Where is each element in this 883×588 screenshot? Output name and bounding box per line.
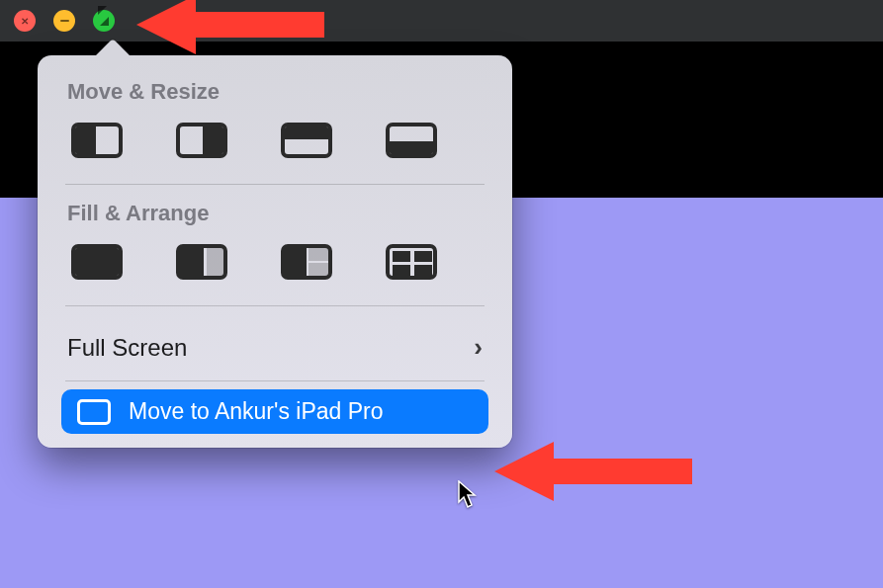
annotation-arrow-bottom	[494, 437, 692, 510]
fill-left-quarters-icon[interactable]	[281, 244, 332, 280]
mouse-cursor	[458, 480, 480, 514]
divider	[65, 380, 485, 381]
tile-left-icon[interactable]	[71, 123, 123, 158]
tile-bottom-icon[interactable]	[386, 123, 437, 158]
tile-right-icon[interactable]	[176, 123, 227, 158]
chevron-right-icon: ›	[474, 332, 483, 363]
full-screen-label: Full Screen	[67, 334, 187, 362]
full-screen-row[interactable]: Full Screen ›	[38, 322, 512, 380]
move-to-device-row[interactable]: Move to Ankur's iPad Pro	[61, 389, 488, 434]
tile-top-icon[interactable]	[281, 123, 332, 158]
divider	[65, 184, 485, 185]
fill-arrange-row	[38, 244, 512, 305]
move-resize-row	[38, 123, 512, 184]
zoom-button[interactable]	[93, 10, 115, 32]
fill-left-two-thirds-icon[interactable]	[176, 244, 227, 280]
fullscreen-icon	[100, 17, 109, 26]
zoom-button-popover: Move & Resize Fill & Arrange Full Screen…	[38, 55, 512, 448]
fill-full-icon[interactable]	[71, 244, 123, 280]
section-fill-arrange-title: Fill & Arrange	[38, 201, 512, 244]
screenshot-stage: Move & Resize Fill & Arrange Full Screen…	[0, 0, 883, 588]
section-move-resize-title: Move & Resize	[38, 73, 512, 123]
close-icon	[21, 16, 29, 27]
ipad-icon	[77, 399, 111, 425]
divider	[65, 305, 485, 306]
close-button[interactable]	[14, 10, 36, 32]
minimize-icon	[60, 20, 69, 23]
window-titlebar	[0, 0, 883, 42]
fill-quadrants-icon[interactable]	[386, 244, 437, 280]
move-to-device-label: Move to Ankur's iPad Pro	[129, 398, 384, 425]
minimize-button[interactable]	[53, 10, 75, 32]
